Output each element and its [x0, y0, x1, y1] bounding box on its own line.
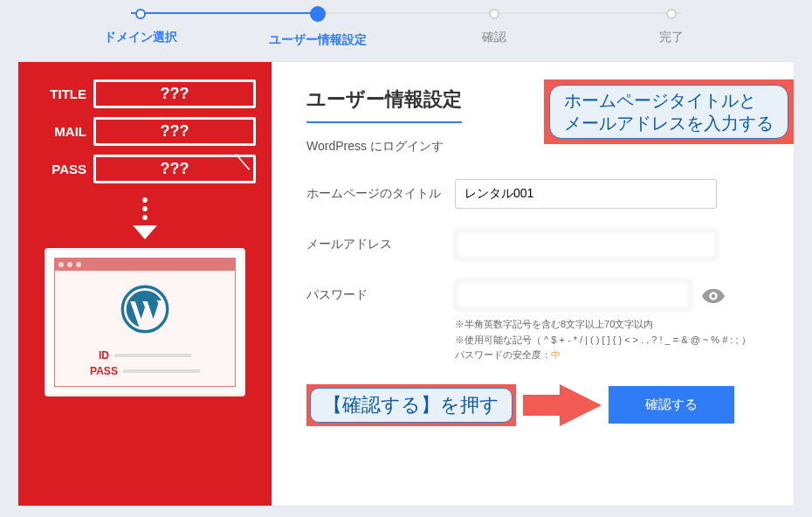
strength-value: 中	[551, 349, 561, 360]
illu-pass-label: PASS	[90, 365, 118, 377]
strength-label: パスワードの安全度：	[455, 349, 551, 360]
progress-step-2: ユーザー情報設定	[230, 7, 407, 48]
illustration-panel: ＼ TITLE ??? MAIL ??? PASS ??? •••	[18, 62, 272, 506]
wordpress-logo-icon	[120, 285, 169, 334]
section-heading: ユーザー情報設定	[306, 86, 462, 123]
step-label-4: 完了	[583, 30, 760, 45]
row-email: メールアドレス	[306, 230, 759, 259]
label-email: メールアドレス	[306, 230, 455, 252]
input-title[interactable]	[455, 179, 717, 209]
step-label-3: 確認	[406, 30, 583, 45]
label-password: パスワード	[306, 280, 455, 303]
hint-line2: ※使用可能な記号（ ^ $ + - * / | ( ) [ ] { } < > …	[455, 333, 759, 348]
illu-row-mail: MAIL ???	[34, 117, 256, 146]
input-email[interactable]	[455, 230, 717, 259]
annotation-bottom-text: 【確認する】を押す	[310, 388, 513, 423]
main-card: ＼ TITLE ??? MAIL ??? PASS ??? •••	[17, 61, 795, 507]
form-panel: ユーザー情報設定 ホームページタイトルと メールアドレスを入力する WordPr…	[272, 62, 794, 506]
step-dot-upcoming	[666, 9, 677, 19]
illu-box-pass: ???	[93, 155, 256, 183]
step-dot-upcoming	[489, 9, 499, 19]
browser-illustration: ID PASS	[54, 258, 236, 387]
device-illustration: ID PASS	[45, 248, 245, 396]
password-hints: ※半角英数字記号を含む8文字以上70文字以内 ※使用可能な記号（ ^ $ + -…	[455, 317, 759, 363]
progress-step-3: 確認	[406, 7, 583, 45]
eye-icon[interactable]	[701, 284, 726, 308]
illu-label-pass: PASS	[34, 162, 86, 176]
annotation-top-line2: メールアドレスを入力する	[564, 112, 774, 134]
hint-line1: ※半角英数字記号を含む8文字以上70文字以内	[455, 317, 759, 333]
illu-label-title: TITLE	[34, 86, 86, 101]
arrow-down-icon: •••	[133, 196, 157, 239]
step-label-2: ユーザー情報設定	[230, 32, 407, 48]
row-title: ホームページのタイトル	[306, 179, 759, 209]
confirm-button[interactable]: 確認する	[609, 386, 734, 424]
step-dot-done	[135, 9, 146, 19]
illu-label-mail: MAIL	[34, 124, 86, 139]
illu-row-pass: PASS ???	[34, 155, 256, 183]
annotation-top-line1: ホームページタイトルと	[564, 89, 774, 112]
arrow-right-icon	[560, 384, 602, 426]
step-label-1: ドメイン選択	[52, 30, 230, 45]
progress-step-1: ドメイン選択	[52, 7, 230, 45]
illu-box-mail: ???	[93, 117, 256, 146]
illu-box-title: ???	[93, 79, 256, 108]
step-dot-current	[310, 6, 326, 22]
row-password: パスワード ※半角英数字記号を含む8文字以上70文字以内 ※使用可能な記号（ ^…	[306, 280, 759, 363]
annotation-bottom: 【確認する】を押す	[306, 384, 516, 426]
progress-bar: ドメイン選択 ユーザー情報設定 確認 完了	[0, 0, 812, 52]
input-password[interactable]	[455, 280, 691, 310]
annotation-top: ホームページタイトルと メールアドレスを入力する	[544, 79, 794, 144]
progress-step-4: 完了	[583, 7, 760, 45]
illu-id-label: ID	[99, 349, 109, 362]
label-title: ホームページのタイトル	[306, 179, 455, 202]
sparkle-icon: ＼	[233, 148, 252, 174]
illu-row-title: TITLE ???	[34, 79, 256, 108]
